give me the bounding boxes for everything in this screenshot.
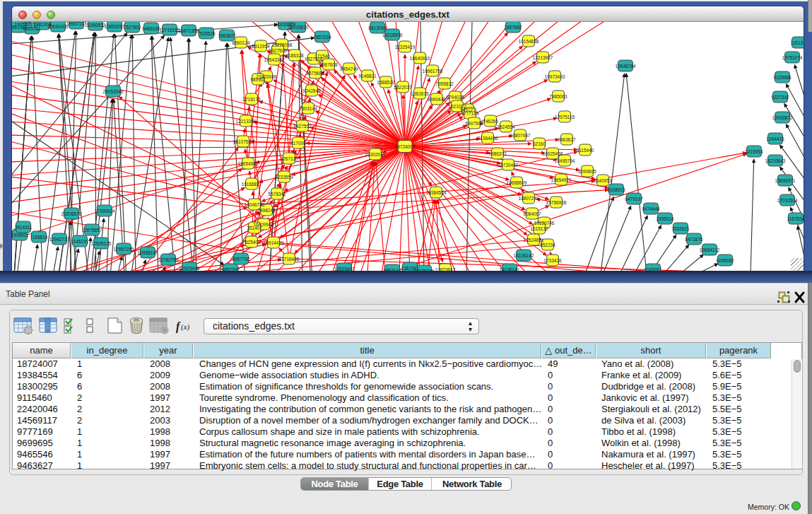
svg-text:1615132: 1615132 bbox=[530, 226, 548, 231]
svg-text:5498242: 5498242 bbox=[257, 208, 276, 213]
svg-text:5578342: 5578342 bbox=[268, 192, 286, 197]
svg-text:7955812: 7955812 bbox=[435, 81, 454, 86]
svg-text:2661441: 2661441 bbox=[12, 25, 28, 30]
svg-text:7803144: 7803144 bbox=[299, 106, 317, 111]
svg-text:852234: 852234 bbox=[540, 243, 555, 247]
svg-text:1167534: 1167534 bbox=[787, 216, 804, 221]
svg-text:7485063: 7485063 bbox=[549, 94, 567, 99]
svg-text:10958147: 10958147 bbox=[138, 250, 158, 255]
svg-text:2967608: 2967608 bbox=[319, 62, 338, 67]
svg-text:23226058: 23226058 bbox=[272, 42, 293, 47]
svg-text:6497568: 6497568 bbox=[465, 121, 483, 126]
svg-text:16671355: 16671355 bbox=[179, 28, 199, 33]
svg-text:29053346: 29053346 bbox=[103, 89, 124, 94]
svg-text:8938923: 8938923 bbox=[607, 187, 625, 192]
svg-text:8912954: 8912954 bbox=[252, 44, 270, 49]
svg-text:20691406: 20691406 bbox=[48, 24, 69, 29]
svg-text:18640910: 18640910 bbox=[410, 56, 430, 61]
svg-text:17399924: 17399924 bbox=[95, 209, 115, 214]
svg-text:2935114: 2935114 bbox=[657, 216, 674, 221]
svg-text:9129966: 9129966 bbox=[773, 75, 792, 80]
svg-text:8660124: 8660124 bbox=[232, 40, 250, 45]
svg-text:12942737: 12942737 bbox=[49, 237, 70, 242]
svg-text:10719155: 10719155 bbox=[160, 28, 180, 33]
svg-text:7625402: 7625402 bbox=[242, 240, 261, 245]
svg-text:16782759: 16782759 bbox=[158, 257, 179, 262]
svg-text:10025458: 10025458 bbox=[543, 151, 563, 156]
svg-text:6466160: 6466160 bbox=[142, 26, 160, 31]
svg-text:10973493: 10973493 bbox=[545, 74, 565, 79]
svg-text:1588520: 1588520 bbox=[377, 80, 395, 85]
svg-text:10807487: 10807487 bbox=[510, 133, 531, 138]
svg-text:1233559: 1233559 bbox=[275, 175, 293, 180]
svg-text:3215953: 3215953 bbox=[745, 149, 763, 154]
svg-text:14136142: 14136142 bbox=[514, 253, 534, 258]
svg-text:16914429: 16914429 bbox=[264, 240, 284, 245]
svg-text:1733426: 1733426 bbox=[543, 258, 562, 263]
svg-text:9084067: 9084067 bbox=[523, 211, 541, 216]
svg-text:12923446: 12923446 bbox=[180, 266, 200, 271]
svg-text:8813054: 8813054 bbox=[368, 25, 387, 30]
svg-text:20206576: 20206576 bbox=[61, 211, 82, 216]
svg-text:21364436: 21364436 bbox=[478, 136, 498, 141]
svg-text:9146821: 9146821 bbox=[358, 74, 377, 78]
svg-text:7986372: 7986372 bbox=[488, 151, 507, 156]
svg-text:2718176: 2718176 bbox=[242, 97, 261, 102]
svg-text:9657792: 9657792 bbox=[232, 257, 250, 262]
svg-text:746266: 746266 bbox=[483, 119, 498, 124]
svg-text:18807249: 18807249 bbox=[519, 196, 539, 201]
svg-text:8990448: 8990448 bbox=[428, 97, 446, 102]
svg-text:6479197: 6479197 bbox=[625, 197, 643, 201]
svg-text:7632621: 7632621 bbox=[671, 226, 690, 231]
svg-text:12213967: 12213967 bbox=[533, 55, 553, 60]
svg-text:9227342: 9227342 bbox=[771, 95, 789, 100]
svg-text:(x): (x) bbox=[181, 322, 190, 332]
svg-text:62160: 62160 bbox=[533, 141, 546, 146]
svg-text:3624554: 3624554 bbox=[497, 124, 515, 129]
svg-text:9777169: 9777169 bbox=[461, 111, 479, 116]
svg-text:17010504: 17010504 bbox=[777, 198, 798, 203]
svg-text:8427552: 8427552 bbox=[293, 124, 312, 129]
svg-text:13524851: 13524851 bbox=[524, 238, 544, 243]
svg-text:9463627: 9463627 bbox=[558, 137, 576, 142]
svg-text:15720407: 15720407 bbox=[498, 163, 519, 168]
svg-text:19654923: 19654923 bbox=[551, 177, 572, 182]
svg-text:12975115: 12975115 bbox=[555, 115, 575, 119]
svg-text:16210643: 16210643 bbox=[765, 158, 786, 163]
svg-text:10756928: 10756928 bbox=[546, 200, 567, 205]
svg-text:10154838: 10154838 bbox=[519, 39, 539, 44]
svg-text:10120746: 10120746 bbox=[534, 221, 555, 226]
svg-text:9474444: 9474444 bbox=[642, 206, 660, 211]
svg-text:16107552: 16107552 bbox=[233, 139, 254, 144]
svg-text:10648784: 10648784 bbox=[616, 64, 636, 69]
svg-text:3914311: 3914311 bbox=[15, 225, 33, 230]
svg-text:817006: 817006 bbox=[290, 141, 306, 146]
svg-text:12093872: 12093872 bbox=[772, 115, 793, 120]
svg-text:21060532: 21060532 bbox=[86, 23, 106, 28]
svg-text:19937117: 19937117 bbox=[66, 22, 87, 26]
svg-text:10688609: 10688609 bbox=[507, 180, 527, 185]
svg-text:f: f bbox=[176, 320, 181, 333]
svg-text:8186328: 8186328 bbox=[286, 53, 304, 58]
svg-text:19218506: 19218506 bbox=[382, 33, 403, 37]
svg-text:10975857: 10975857 bbox=[82, 228, 102, 233]
svg-text:171546: 171546 bbox=[314, 54, 330, 59]
svg-text:18495794: 18495794 bbox=[555, 158, 575, 163]
svg-text:11325419: 11325419 bbox=[395, 45, 416, 49]
svg-text:2687682: 2687682 bbox=[504, 25, 522, 30]
svg-text:15751074: 15751074 bbox=[782, 55, 803, 60]
svg-text:3115440: 3115440 bbox=[577, 148, 594, 153]
svg-text:7857224: 7857224 bbox=[313, 35, 331, 40]
svg-text:10543362: 10543362 bbox=[264, 57, 285, 62]
svg-text:7515526: 7515526 bbox=[197, 31, 216, 36]
svg-text:16961758: 16961758 bbox=[423, 69, 443, 74]
svg-text:16033810: 16033810 bbox=[288, 25, 309, 30]
svg-text:1156819: 1156819 bbox=[30, 235, 48, 240]
svg-text:10046786: 10046786 bbox=[245, 202, 265, 207]
svg-text:10654112: 10654112 bbox=[700, 247, 720, 252]
svg-text:5322037: 5322037 bbox=[394, 85, 412, 90]
svg-text:1244415: 1244415 bbox=[766, 136, 784, 141]
svg-text:17957255: 17957255 bbox=[114, 247, 134, 252]
svg-text:351407: 351407 bbox=[247, 226, 262, 230]
svg-text:1145191: 1145191 bbox=[71, 239, 89, 244]
